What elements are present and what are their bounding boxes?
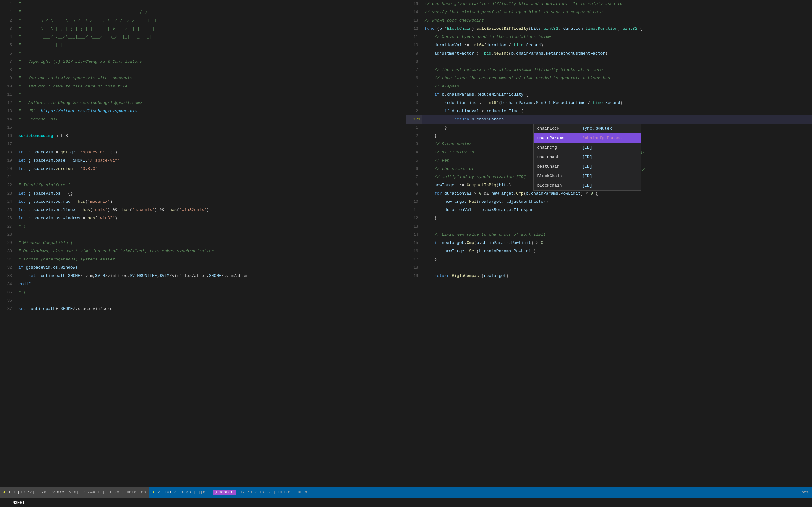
left-pane: 1 " 1 " ___ __ ___ ___ ___ _(.)_ ___ 2 "… xyxy=(0,0,406,487)
table-row: 15 // can have given starting difficulty… xyxy=(406,0,812,8)
table-row: 25 let g:spacevim.os.linux = has('unix')… xyxy=(0,206,406,214)
table-row: 18 xyxy=(406,264,812,272)
status-bar-left-pane: ♦ ♦ 1 [TOT:2] 1.2k .vimrc [vim] ℓ1/44:1 … xyxy=(0,487,149,498)
table-row: 8 xyxy=(406,58,812,66)
table-row: 19 let g:spacevim.base = $HOME.'/.space-… xyxy=(0,157,406,165)
left-code-lines: 1 " 1 " ___ __ ___ ___ ___ _(.)_ ___ 2 "… xyxy=(0,0,406,313)
ac-item-bestchain[interactable]: bestChain [ID] xyxy=(534,162,641,171)
table-row: 21 xyxy=(0,173,406,181)
table-row: 13 " URL: https://github.com/liuchengxu/… xyxy=(0,107,406,115)
ac-item-blockchain-lower[interactable]: blockchain [ID] xyxy=(534,181,641,190)
branch-badge: ⚡ master xyxy=(212,490,236,495)
table-row: 4 " |___/ .__/\___|___/ \___/ \_/ |_| |_… xyxy=(0,33,406,41)
table-row: 9 " You can customize space-vim with .sp… xyxy=(0,74,406,82)
table-row: 3 " \__ \ |_) | (_| (_| | | | V | / _| |… xyxy=(0,25,406,33)
table-row: 24 let g:spacevim.os.mac = has('macunix'… xyxy=(0,198,406,206)
table-row: 29 " Windows Compatible { xyxy=(0,239,406,247)
ac-item-chainlock[interactable]: chainLock sync.RWMutex xyxy=(534,124,641,133)
table-row: 1 " xyxy=(0,0,406,8)
table-row: 28 xyxy=(0,231,406,239)
ac-item-chainparams[interactable]: chainParams *chaincfg.Params xyxy=(534,133,641,143)
table-row: 32 if g:spacevim.os.windows xyxy=(0,264,406,272)
table-row: 20 let g:spacevim.version = '0.8.0' xyxy=(0,165,406,173)
status-pane1-cursor: ℓ1/44:1 xyxy=(83,490,100,495)
table-row: 12 func (b *BlockChain) calcEasiestDiffi… xyxy=(406,25,812,33)
right-code-lines: 15 // can have given starting difficulty… xyxy=(406,0,812,280)
branch-icon: ⚡ xyxy=(215,490,217,495)
right-pane: 15 // can have given starting difficulty… xyxy=(406,0,812,487)
ac-item-chaincfg[interactable]: chaincfg [ID] xyxy=(534,143,641,153)
table-row: 16 newTarget.Set(b.chainParams.PowLimit) xyxy=(406,247,812,256)
status-pane1-icon: ♦ xyxy=(3,490,6,495)
table-row: 12 " Author: Liu-Cheng Xu <xuliuchengxlc… xyxy=(0,99,406,107)
table-row: 15 xyxy=(0,124,406,132)
table-row: 7 " Copyright (c) 2017 Liu-Cheng Xu & Co… xyxy=(0,58,406,66)
table-row: 11 durationVal -= b.maxRetargetTimespan xyxy=(406,206,812,214)
status-pane2-cursor: 171/312:18-27 xyxy=(240,490,271,495)
table-row: 11 // Convert types used in the calculat… xyxy=(406,33,812,41)
table-row: 10 " and don't have to take care of this… xyxy=(0,82,406,91)
branch-name: master xyxy=(219,490,233,495)
table-row: 30 " On Windows, also use '.vim' instead… xyxy=(0,247,406,256)
table-row: 6 " xyxy=(0,49,406,58)
status-bar-right-pane: ♦ 2 [TOT:2] <.go [+][go] ⚡ master 171/31… xyxy=(149,487,812,498)
status-pane2-os: unix xyxy=(298,490,307,495)
table-row: 13 xyxy=(406,222,812,231)
table-row: 31 " across (heterogeneous) systems easi… xyxy=(0,256,406,264)
table-row: 2 " \ /_\_ _ \_ \ / _\ / _ ) \ / / / / |… xyxy=(0,16,406,25)
table-row: 18 let g:spacevim = get(g:, 'spacevim', … xyxy=(0,148,406,157)
table-row: 26 let g:spacevim.os.windows = has('win3… xyxy=(0,214,406,222)
editor-container: 1 " 1 " ___ __ ___ ___ ___ _(.)_ ___ 2 "… xyxy=(0,0,812,507)
table-row: 14 " License: MIT xyxy=(0,115,406,124)
table-row: 37 set runtimepath+=$HOME/.space-vim/cor… xyxy=(0,305,406,313)
ac-item-chainhash[interactable]: chainhash [ID] xyxy=(534,153,641,162)
status-pane1-os: unix xyxy=(126,490,136,495)
status-pane2-info: 2 [TOT:2] xyxy=(157,490,179,495)
table-row: 19 return BigToCompact(newTarget) xyxy=(406,272,812,280)
table-row: 17 } xyxy=(406,256,812,264)
autocomplete-popup: chainLock sync.RWMutex chainParams *chai… xyxy=(533,124,641,191)
ac-item-blockchain[interactable]: BlockChain [ID] xyxy=(534,171,641,181)
table-row: 1 " ___ __ ___ ___ ___ _(.)_ ___ xyxy=(0,8,406,16)
table-row: 14 // Limit new value to the proof of wo… xyxy=(406,231,812,239)
insert-mode-label: -- INSERT -- xyxy=(3,500,32,505)
table-row: 171 return b.chainParams chainLock sync.… xyxy=(406,115,812,124)
status-pane2-num: ♦ xyxy=(153,490,155,495)
table-row: 33 set runtimepath=$HOME/.vim,$VIM/vimfi… xyxy=(0,272,406,280)
table-row: 27 " } xyxy=(0,222,406,231)
table-row: 22 " Identify platform { xyxy=(0,181,406,189)
status-pane2-encoding: utf-8 xyxy=(278,490,291,495)
status-pane2-sep2: | xyxy=(293,490,295,495)
insert-mode-bar: -- INSERT -- xyxy=(0,498,812,507)
status-bar: ♦ ♦ 1 [TOT:2] 1.2k .vimrc [vim] ℓ1/44:1 … xyxy=(0,487,812,498)
table-row: 6 // than twice the desired amount of ti… xyxy=(406,74,812,82)
status-pane1-sep2: | xyxy=(122,490,124,495)
table-row: 16 scriptencoding utf-8 xyxy=(0,132,406,140)
editor-body: 1 " 1 " ___ __ ___ ___ ___ _(.)_ ___ 2 "… xyxy=(0,0,812,487)
status-pane2-sep: | xyxy=(273,490,276,495)
table-row: 7 // The test network rules allow minimu… xyxy=(406,66,812,74)
table-row: 10 newTarget.Mul(newTarget, adjustmentFa… xyxy=(406,198,812,206)
table-row: 35 " } xyxy=(0,288,406,297)
table-row: 12 } xyxy=(406,214,812,222)
table-row: 10 durationVal := int64(duration / time.… xyxy=(406,41,812,49)
table-row: 34 endif xyxy=(0,280,406,288)
right-code-area[interactable]: 15 // can have given starting difficulty… xyxy=(406,0,812,487)
table-row: 5 // elapsed. xyxy=(406,82,812,91)
table-row: 23 let g:spacevim.os = {} xyxy=(0,189,406,198)
status-pane2-filename: <.go xyxy=(182,490,191,495)
table-row: 11 " xyxy=(0,91,406,99)
table-row: 15 if newTarget.Cmp(b.chainParams.PowLim… xyxy=(406,239,812,247)
table-row: 9 adjustmentFactor := big.NewInt(b.chain… xyxy=(406,49,812,58)
table-row: 14 // verify that claimed proof of work … xyxy=(406,8,812,16)
left-code-area[interactable]: 1 " 1 " ___ __ ___ ___ ___ _(.)_ ___ 2 "… xyxy=(0,0,406,487)
status-pane2-scroll: 55% xyxy=(802,490,809,495)
table-row: 8 " xyxy=(0,66,406,74)
status-pane1-scroll: Top xyxy=(139,490,146,495)
table-row: 3 reductionTime := int64(b.chainParams.M… xyxy=(406,99,812,107)
status-pane2-mode: [+][go] xyxy=(194,490,210,495)
status-pane1-sep: | xyxy=(102,490,105,495)
status-pane1-encoding: utf-8 xyxy=(107,490,119,495)
table-row: 36 xyxy=(0,297,406,305)
table-row: 13 // known good checkpoint. xyxy=(406,16,812,25)
